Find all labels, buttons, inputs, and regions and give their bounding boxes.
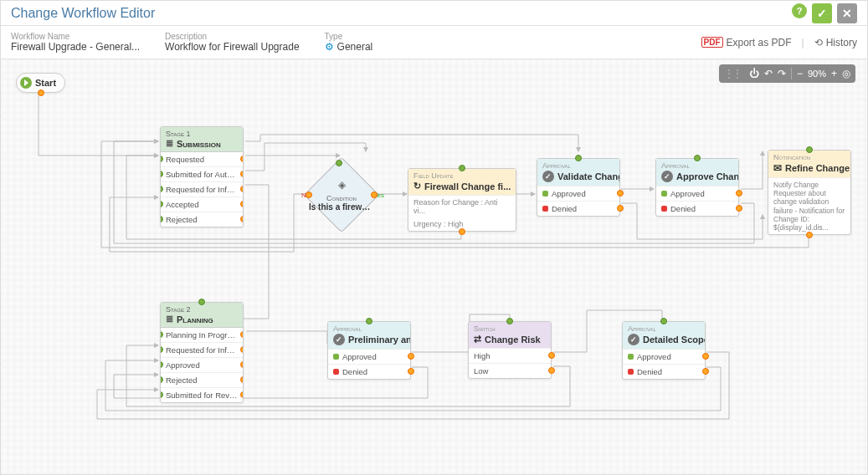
save-button[interactable]: ✓: [812, 3, 832, 23]
page-header: Change Workflow Editor ? ✓ ✕: [1, 1, 867, 26]
stage-planning[interactable]: Stage 2 ≣Planning Planning In Progress R…: [160, 302, 244, 403]
status-row[interactable]: Requested for Informat...: [161, 343, 243, 358]
approval-approve[interactable]: Approval ✓Approve Change ... Approved De…: [655, 158, 739, 217]
zoom-in-button[interactable]: +: [831, 68, 837, 79]
approval-preliminary[interactable]: Approval ✓Preliminary analy... Approved …: [327, 321, 411, 380]
envelope-icon: ✉: [773, 162, 782, 174]
fit-button[interactable]: ◎: [842, 68, 850, 79]
check-icon: ✓: [333, 334, 345, 345]
status-row[interactable]: Approved: [161, 358, 243, 373]
workflow-name: Workflow Name Firewall Upgrade - General…: [11, 32, 140, 53]
pdf-icon: PDF: [701, 37, 723, 48]
power-icon[interactable]: ⏻: [749, 68, 759, 79]
status-row[interactable]: Rejected: [161, 373, 243, 388]
condition-node[interactable]: ◈ Condition Is this a firewall ... No Ye…: [304, 157, 379, 232]
status-row[interactable]: Requested: [161, 152, 243, 167]
history-link[interactable]: ⟲History: [814, 37, 857, 49]
status-row[interactable]: Accepted: [161, 197, 243, 212]
page-title: Change Workflow Editor: [11, 6, 155, 21]
workflow-canvas[interactable]: ⋮⋮ ⏻ ↶ ↷ − 90% + ◎ Start: [1, 59, 867, 475]
check-icon: ✓: [628, 334, 639, 345]
play-icon: [20, 77, 32, 89]
check-icon: ✓: [661, 171, 673, 182]
approval-scope[interactable]: Approval ✓Detailed Scope of... Approved …: [622, 321, 706, 380]
update-icon: ↻: [413, 181, 421, 192]
stage-submission[interactable]: Stage 1 ≣Submission Requested Submitted …: [160, 126, 244, 227]
stack-icon: ≣: [166, 138, 173, 149]
fieldupdate-node[interactable]: Field Update ↻Firewall Change fi... Reas…: [408, 168, 516, 232]
meta-bar: Workflow Name Firewall Upgrade - General…: [1, 26, 867, 59]
workflow-type: Type ⚙General: [325, 32, 373, 53]
status-row[interactable]: Rejected: [161, 212, 243, 227]
grip-icon[interactable]: ⋮⋮: [724, 68, 741, 79]
status-row[interactable]: Planning In Progress: [161, 328, 243, 343]
switch-node[interactable]: Switch ⇄Change Risk High Low: [468, 321, 552, 379]
help-button[interactable]: ?: [792, 3, 807, 18]
canvas-toolbar[interactable]: ⋮⋮ ⏻ ↶ ↷ − 90% + ◎: [719, 64, 855, 83]
undo-icon[interactable]: ↶: [764, 68, 773, 79]
status-row[interactable]: Requested for Informat...: [161, 182, 243, 197]
stack-icon: ≣: [166, 314, 173, 324]
zoom-level: 90%: [808, 69, 826, 79]
check-icon: ✓: [542, 171, 554, 182]
redo-icon[interactable]: ↷: [778, 68, 786, 79]
close-button[interactable]: ✕: [837, 3, 857, 23]
zoom-out-button[interactable]: −: [797, 68, 803, 79]
gear-icon: ⚙: [325, 41, 334, 53]
status-row[interactable]: Submitted for Review: [161, 388, 243, 402]
status-row[interactable]: Submitted for Authoriza...: [161, 167, 243, 182]
header-buttons: ? ✓ ✕: [792, 3, 857, 23]
approval-validate[interactable]: Approval ✓Validate Change ... Approved D…: [537, 158, 620, 217]
export-pdf-link[interactable]: PDFExport as PDF: [701, 37, 792, 49]
start-node[interactable]: Start: [16, 73, 65, 93]
workflow-description: Description Workflow for Firewall Upgrad…: [165, 32, 300, 53]
connectors: [1, 59, 867, 475]
switch-icon: ⇄: [474, 334, 481, 345]
history-icon: ⟲: [814, 37, 823, 49]
notification-node[interactable]: Notification ✉Refine Change &... Notify …: [768, 150, 851, 235]
